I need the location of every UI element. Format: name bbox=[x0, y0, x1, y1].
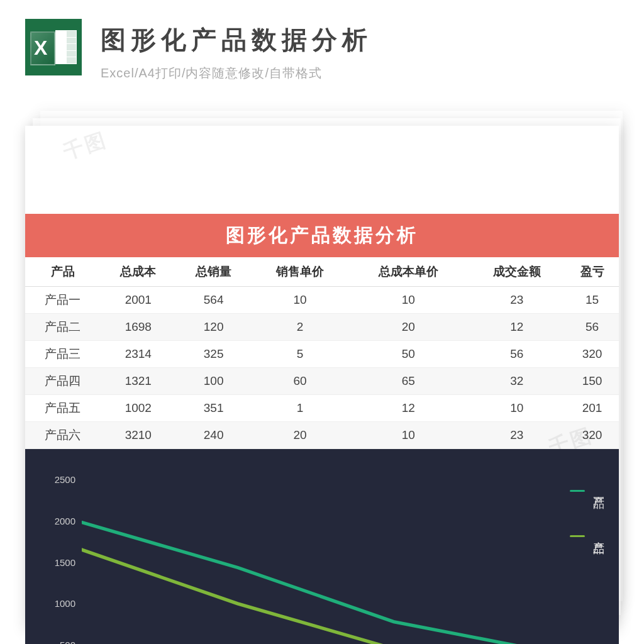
table-header-row: 产品 总成本 总销量 销售单价 总成本单价 成交金额 盈亏 bbox=[25, 257, 619, 287]
table-cell: 320 bbox=[565, 341, 619, 368]
table-cell: 1002 bbox=[101, 395, 176, 422]
ytick: 500 bbox=[44, 640, 75, 644]
table-cell: 1698 bbox=[101, 314, 176, 341]
table-cell: 351 bbox=[176, 395, 252, 422]
table-row: 产品五100235111210201 bbox=[25, 395, 619, 422]
table-row: 产品三231432555056320 bbox=[25, 341, 619, 368]
excel-grid-icon bbox=[55, 30, 77, 64]
table-cell: 10 bbox=[468, 395, 565, 422]
col-unit-price: 销售单价 bbox=[252, 257, 349, 287]
table-cell: 12 bbox=[468, 314, 565, 341]
table-cell: 12 bbox=[348, 395, 468, 422]
table-cell: 60 bbox=[252, 368, 349, 395]
table-cell: 240 bbox=[176, 422, 252, 449]
table-cell: 产品一 bbox=[25, 287, 101, 314]
chart-legend: 产品一 产品二 bbox=[570, 487, 606, 540]
table-cell: 产品六 bbox=[25, 422, 101, 449]
col-cost-unit: 总成本单价 bbox=[348, 257, 468, 287]
col-product: 产品 bbox=[25, 257, 101, 287]
col-total-cost: 总成本 bbox=[101, 257, 176, 287]
table-cell: 10 bbox=[348, 287, 468, 314]
table-cell: 20 bbox=[348, 314, 468, 341]
page-title: 图形化产品数据分析 bbox=[101, 23, 619, 57]
table-cell: 120 bbox=[176, 314, 252, 341]
data-table: 产品 总成本 总销量 销售单价 总成本单价 成交金额 盈亏 产品一2001564… bbox=[25, 257, 619, 449]
table-row: 产品六3210240201023320 bbox=[25, 422, 619, 449]
table-cell: 56 bbox=[468, 341, 565, 368]
table-cell: 15 bbox=[565, 287, 619, 314]
chart-area: 2500 2000 1500 1000 500 产品一 bbox=[25, 449, 619, 644]
ytick: 1000 bbox=[44, 598, 75, 609]
table-cell: 3210 bbox=[101, 422, 176, 449]
table-cell: 2001 bbox=[101, 287, 176, 314]
line-plot bbox=[82, 477, 550, 644]
legend-swatch-icon bbox=[570, 490, 585, 492]
table-cell: 23 bbox=[468, 287, 565, 314]
y-axis: 2500 2000 1500 1000 500 bbox=[44, 474, 75, 644]
report-banner: 图形化产品数据分析 bbox=[25, 214, 619, 257]
table-cell: 65 bbox=[348, 368, 468, 395]
col-deal-amount: 成交金额 bbox=[468, 257, 565, 287]
table-cell: 2314 bbox=[101, 341, 176, 368]
table-cell: 1 bbox=[252, 395, 349, 422]
col-total-sales: 总销量 bbox=[176, 257, 252, 287]
table-cell: 23 bbox=[468, 422, 565, 449]
table-row: 产品四1321100606532150 bbox=[25, 368, 619, 395]
table-cell: 5 bbox=[252, 341, 349, 368]
table-cell: 产品四 bbox=[25, 368, 101, 395]
legend-label: 产品一 bbox=[591, 487, 606, 494]
ytick: 2000 bbox=[44, 516, 75, 526]
table-row: 产品一200156410102315 bbox=[25, 287, 619, 314]
ytick: 2500 bbox=[44, 474, 75, 485]
table-cell: 32 bbox=[468, 368, 565, 395]
excel-icon: X bbox=[25, 19, 82, 75]
table-cell: 1321 bbox=[101, 368, 176, 395]
table-cell: 2 bbox=[252, 314, 349, 341]
table-cell: 56 bbox=[565, 314, 619, 341]
table-cell: 150 bbox=[565, 368, 619, 395]
legend-swatch-icon bbox=[570, 535, 585, 537]
table-cell: 产品三 bbox=[25, 341, 101, 368]
ytick: 1500 bbox=[44, 557, 75, 568]
table-cell: 20 bbox=[252, 422, 349, 449]
legend-item: 产品二 bbox=[570, 532, 606, 540]
legend-label: 产品二 bbox=[591, 532, 606, 540]
table-cell: 50 bbox=[348, 341, 468, 368]
table-cell: 产品二 bbox=[25, 314, 101, 341]
table-cell: 100 bbox=[176, 368, 252, 395]
table-cell: 产品五 bbox=[25, 395, 101, 422]
table-cell: 564 bbox=[176, 287, 252, 314]
excel-x-letter: X bbox=[34, 36, 47, 60]
table-cell: 10 bbox=[252, 287, 349, 314]
col-profit: 盈亏 bbox=[565, 257, 619, 287]
page-header: X 图形化产品数据分析 Excel/A4打印/内容随意修改/自带格式 bbox=[0, 0, 644, 94]
table-cell: 10 bbox=[348, 422, 468, 449]
legend-item: 产品一 bbox=[570, 487, 606, 494]
document-preview: 千图 千图 图形化产品数据分析 产品 总成本 总销量 销售单价 总成本单价 成交… bbox=[25, 126, 619, 641]
table-cell: 325 bbox=[176, 341, 252, 368]
table-row: 产品二16981202201256 bbox=[25, 314, 619, 341]
table-cell: 320 bbox=[565, 422, 619, 449]
watermark: 千图 bbox=[60, 126, 111, 166]
page-subtitle: Excel/A4打印/内容随意修改/自带格式 bbox=[101, 65, 619, 82]
table-cell: 201 bbox=[565, 395, 619, 422]
